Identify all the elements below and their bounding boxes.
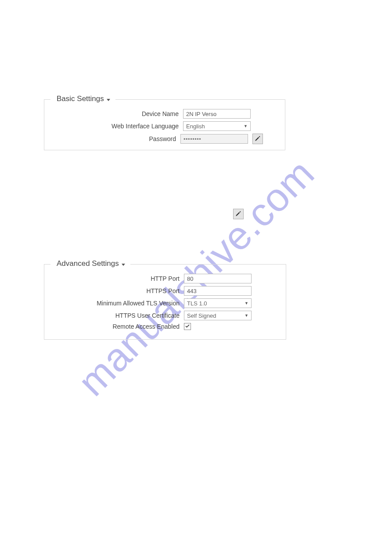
http-port-label: HTTP Port xyxy=(151,275,180,282)
password-input: •••••••• xyxy=(180,134,248,144)
basic-settings-title: Basic Settings xyxy=(57,94,104,103)
standalone-edit-button[interactable] xyxy=(233,209,244,219)
password-label: Password xyxy=(149,135,176,142)
pencil-icon xyxy=(255,135,261,143)
basic-settings-legend[interactable]: Basic Settings xyxy=(52,94,115,103)
advanced-settings-title: Advanced Settings xyxy=(57,259,119,268)
check-icon xyxy=(185,323,190,330)
https-port-input[interactable]: 443 xyxy=(184,286,252,296)
https-cert-label: HTTPS User Certificate xyxy=(115,312,180,319)
web-language-label: Web Interface Language xyxy=(111,123,179,130)
chevron-down-icon xyxy=(122,261,126,266)
advanced-settings-legend[interactable]: Advanced Settings xyxy=(52,259,130,268)
https-port-label: HTTPS Port xyxy=(147,287,180,294)
remote-access-checkbox[interactable] xyxy=(184,323,191,330)
https-cert-select[interactable]: Self Signed xyxy=(184,311,252,320)
chevron-down-icon xyxy=(107,97,111,101)
basic-settings-group: Basic Settings Device Name 2N IP Verso W… xyxy=(44,99,285,150)
advanced-settings-group: Advanced Settings HTTP Port 80 HTTPS Por… xyxy=(44,264,286,340)
device-name-label: Device Name xyxy=(142,110,179,117)
pencil-icon xyxy=(235,210,241,218)
web-language-select[interactable]: English xyxy=(183,121,251,131)
remote-access-label: Remote Access Enabled xyxy=(112,323,180,330)
tls-version-label: Minimum Allowed TLS Version xyxy=(97,300,180,307)
http-port-input[interactable]: 80 xyxy=(184,274,252,283)
edit-password-button[interactable] xyxy=(252,134,263,144)
tls-version-select[interactable]: TLS 1.0 xyxy=(184,298,252,308)
device-name-input[interactable]: 2N IP Verso xyxy=(183,109,251,119)
